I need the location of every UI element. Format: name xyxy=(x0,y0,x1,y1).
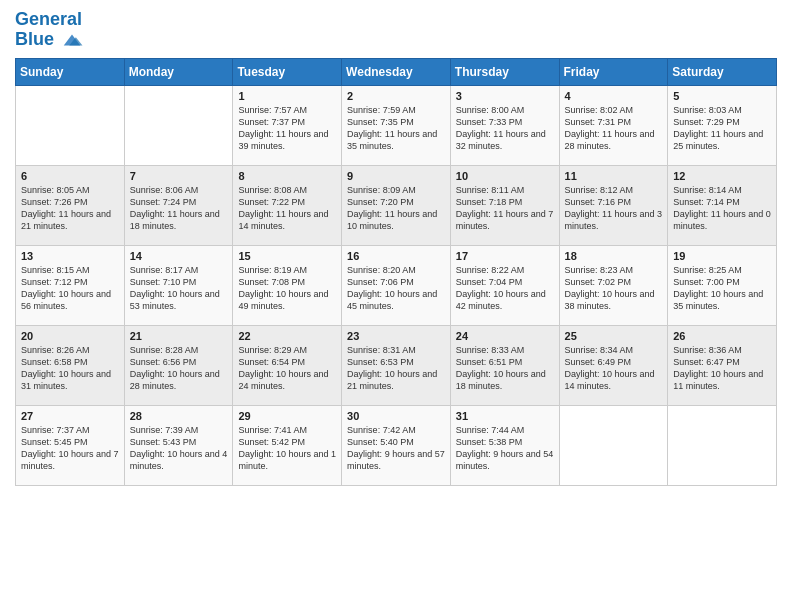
calendar-cell: 30Sunrise: 7:42 AM Sunset: 5:40 PM Dayli… xyxy=(342,405,451,485)
day-number: 22 xyxy=(238,330,336,342)
cell-details: Sunrise: 8:36 AM Sunset: 6:47 PM Dayligh… xyxy=(673,344,771,393)
cell-details: Sunrise: 8:26 AM Sunset: 6:58 PM Dayligh… xyxy=(21,344,119,393)
calendar-cell xyxy=(16,85,125,165)
day-number: 11 xyxy=(565,170,663,182)
day-number: 31 xyxy=(456,410,554,422)
day-number: 30 xyxy=(347,410,445,422)
day-number: 9 xyxy=(347,170,445,182)
calendar-cell xyxy=(559,405,668,485)
day-number: 2 xyxy=(347,90,445,102)
calendar-cell: 19Sunrise: 8:25 AM Sunset: 7:00 PM Dayli… xyxy=(668,245,777,325)
day-number: 1 xyxy=(238,90,336,102)
calendar-cell: 8Sunrise: 8:08 AM Sunset: 7:22 PM Daylig… xyxy=(233,165,342,245)
calendar-cell: 11Sunrise: 8:12 AM Sunset: 7:16 PM Dayli… xyxy=(559,165,668,245)
day-number: 14 xyxy=(130,250,228,262)
calendar-table: SundayMondayTuesdayWednesdayThursdayFrid… xyxy=(15,58,777,486)
calendar-cell: 2Sunrise: 7:59 AM Sunset: 7:35 PM Daylig… xyxy=(342,85,451,165)
cell-details: Sunrise: 7:57 AM Sunset: 7:37 PM Dayligh… xyxy=(238,104,336,153)
day-number: 26 xyxy=(673,330,771,342)
day-header-thursday: Thursday xyxy=(450,58,559,85)
day-number: 17 xyxy=(456,250,554,262)
day-number: 15 xyxy=(238,250,336,262)
day-number: 3 xyxy=(456,90,554,102)
calendar-cell: 18Sunrise: 8:23 AM Sunset: 7:02 PM Dayli… xyxy=(559,245,668,325)
calendar-cell: 15Sunrise: 8:19 AM Sunset: 7:08 PM Dayli… xyxy=(233,245,342,325)
calendar-cell: 24Sunrise: 8:33 AM Sunset: 6:51 PM Dayli… xyxy=(450,325,559,405)
calendar-cell: 17Sunrise: 8:22 AM Sunset: 7:04 PM Dayli… xyxy=(450,245,559,325)
day-number: 18 xyxy=(565,250,663,262)
cell-details: Sunrise: 8:03 AM Sunset: 7:29 PM Dayligh… xyxy=(673,104,771,153)
day-header-saturday: Saturday xyxy=(668,58,777,85)
day-number: 28 xyxy=(130,410,228,422)
day-number: 23 xyxy=(347,330,445,342)
calendar-cell: 25Sunrise: 8:34 AM Sunset: 6:49 PM Dayli… xyxy=(559,325,668,405)
header: General Blue xyxy=(15,10,777,50)
cell-details: Sunrise: 8:12 AM Sunset: 7:16 PM Dayligh… xyxy=(565,184,663,233)
cell-details: Sunrise: 8:08 AM Sunset: 7:22 PM Dayligh… xyxy=(238,184,336,233)
calendar-cell: 31Sunrise: 7:44 AM Sunset: 5:38 PM Dayli… xyxy=(450,405,559,485)
cell-details: Sunrise: 8:15 AM Sunset: 7:12 PM Dayligh… xyxy=(21,264,119,313)
calendar-cell: 7Sunrise: 8:06 AM Sunset: 7:24 PM Daylig… xyxy=(124,165,233,245)
day-number: 4 xyxy=(565,90,663,102)
day-header-sunday: Sunday xyxy=(16,58,125,85)
day-number: 19 xyxy=(673,250,771,262)
week-row-4: 20Sunrise: 8:26 AM Sunset: 6:58 PM Dayli… xyxy=(16,325,777,405)
calendar-cell xyxy=(668,405,777,485)
logo-icon xyxy=(61,31,83,49)
days-header-row: SundayMondayTuesdayWednesdayThursdayFrid… xyxy=(16,58,777,85)
cell-details: Sunrise: 8:02 AM Sunset: 7:31 PM Dayligh… xyxy=(565,104,663,153)
calendar-cell: 21Sunrise: 8:28 AM Sunset: 6:56 PM Dayli… xyxy=(124,325,233,405)
day-number: 16 xyxy=(347,250,445,262)
cell-details: Sunrise: 8:17 AM Sunset: 7:10 PM Dayligh… xyxy=(130,264,228,313)
day-header-tuesday: Tuesday xyxy=(233,58,342,85)
week-row-2: 6Sunrise: 8:05 AM Sunset: 7:26 PM Daylig… xyxy=(16,165,777,245)
cell-details: Sunrise: 8:25 AM Sunset: 7:00 PM Dayligh… xyxy=(673,264,771,313)
day-header-friday: Friday xyxy=(559,58,668,85)
day-header-monday: Monday xyxy=(124,58,233,85)
logo-text-blue: Blue xyxy=(15,30,83,50)
day-number: 10 xyxy=(456,170,554,182)
cell-details: Sunrise: 7:39 AM Sunset: 5:43 PM Dayligh… xyxy=(130,424,228,473)
cell-details: Sunrise: 7:59 AM Sunset: 7:35 PM Dayligh… xyxy=(347,104,445,153)
cell-details: Sunrise: 7:41 AM Sunset: 5:42 PM Dayligh… xyxy=(238,424,336,473)
calendar-cell: 1Sunrise: 7:57 AM Sunset: 7:37 PM Daylig… xyxy=(233,85,342,165)
day-number: 7 xyxy=(130,170,228,182)
day-number: 24 xyxy=(456,330,554,342)
calendar-cell: 16Sunrise: 8:20 AM Sunset: 7:06 PM Dayli… xyxy=(342,245,451,325)
week-row-1: 1Sunrise: 7:57 AM Sunset: 7:37 PM Daylig… xyxy=(16,85,777,165)
calendar-cell: 27Sunrise: 7:37 AM Sunset: 5:45 PM Dayli… xyxy=(16,405,125,485)
week-row-3: 13Sunrise: 8:15 AM Sunset: 7:12 PM Dayli… xyxy=(16,245,777,325)
calendar-cell: 9Sunrise: 8:09 AM Sunset: 7:20 PM Daylig… xyxy=(342,165,451,245)
day-number: 25 xyxy=(565,330,663,342)
cell-details: Sunrise: 7:42 AM Sunset: 5:40 PM Dayligh… xyxy=(347,424,445,473)
calendar-cell: 29Sunrise: 7:41 AM Sunset: 5:42 PM Dayli… xyxy=(233,405,342,485)
calendar-cell: 3Sunrise: 8:00 AM Sunset: 7:33 PM Daylig… xyxy=(450,85,559,165)
calendar-cell: 26Sunrise: 8:36 AM Sunset: 6:47 PM Dayli… xyxy=(668,325,777,405)
cell-details: Sunrise: 8:28 AM Sunset: 6:56 PM Dayligh… xyxy=(130,344,228,393)
day-number: 21 xyxy=(130,330,228,342)
cell-details: Sunrise: 8:00 AM Sunset: 7:33 PM Dayligh… xyxy=(456,104,554,153)
cell-details: Sunrise: 7:44 AM Sunset: 5:38 PM Dayligh… xyxy=(456,424,554,473)
calendar-cell: 22Sunrise: 8:29 AM Sunset: 6:54 PM Dayli… xyxy=(233,325,342,405)
cell-details: Sunrise: 8:23 AM Sunset: 7:02 PM Dayligh… xyxy=(565,264,663,313)
calendar-cell: 20Sunrise: 8:26 AM Sunset: 6:58 PM Dayli… xyxy=(16,325,125,405)
day-number: 6 xyxy=(21,170,119,182)
day-number: 5 xyxy=(673,90,771,102)
day-header-wednesday: Wednesday xyxy=(342,58,451,85)
day-number: 8 xyxy=(238,170,336,182)
logo: General Blue xyxy=(15,10,83,50)
cell-details: Sunrise: 8:20 AM Sunset: 7:06 PM Dayligh… xyxy=(347,264,445,313)
calendar-cell: 23Sunrise: 8:31 AM Sunset: 6:53 PM Dayli… xyxy=(342,325,451,405)
cell-details: Sunrise: 8:33 AM Sunset: 6:51 PM Dayligh… xyxy=(456,344,554,393)
page: General Blue SundayMondayTuesdayWednesda… xyxy=(0,0,792,612)
week-row-5: 27Sunrise: 7:37 AM Sunset: 5:45 PM Dayli… xyxy=(16,405,777,485)
cell-details: Sunrise: 8:19 AM Sunset: 7:08 PM Dayligh… xyxy=(238,264,336,313)
cell-details: Sunrise: 8:34 AM Sunset: 6:49 PM Dayligh… xyxy=(565,344,663,393)
cell-details: Sunrise: 7:37 AM Sunset: 5:45 PM Dayligh… xyxy=(21,424,119,473)
cell-details: Sunrise: 8:31 AM Sunset: 6:53 PM Dayligh… xyxy=(347,344,445,393)
cell-details: Sunrise: 8:22 AM Sunset: 7:04 PM Dayligh… xyxy=(456,264,554,313)
cell-details: Sunrise: 8:29 AM Sunset: 6:54 PM Dayligh… xyxy=(238,344,336,393)
calendar-cell: 6Sunrise: 8:05 AM Sunset: 7:26 PM Daylig… xyxy=(16,165,125,245)
day-number: 27 xyxy=(21,410,119,422)
day-number: 29 xyxy=(238,410,336,422)
